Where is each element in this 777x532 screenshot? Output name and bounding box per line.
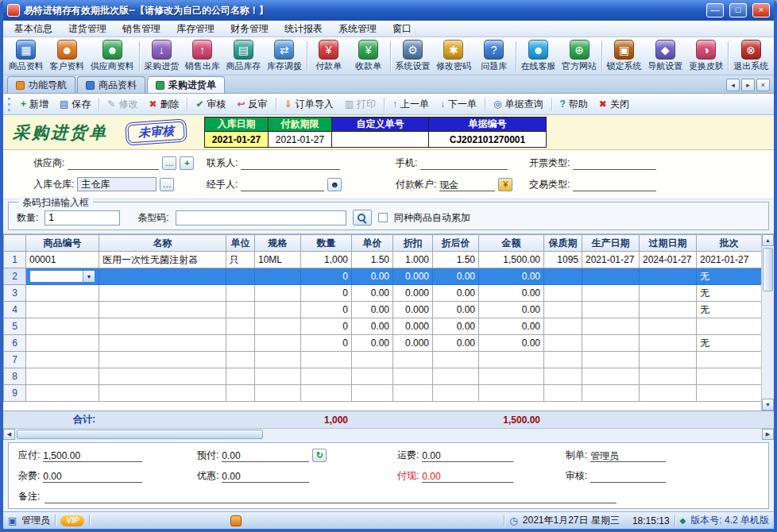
cell[interactable]: 0.00 bbox=[352, 318, 393, 335]
menu-item-system-mgmt[interactable]: 系统管理 bbox=[331, 21, 385, 37]
cell[interactable] bbox=[99, 268, 226, 285]
cell[interactable]: 0 bbox=[301, 285, 352, 302]
cell[interactable] bbox=[301, 368, 352, 385]
menu-item-report-stats[interactable]: 统计报表 bbox=[276, 21, 331, 37]
row-number[interactable]: 2 bbox=[4, 268, 26, 285]
cell[interactable]: 10ML bbox=[255, 252, 301, 268]
cell[interactable] bbox=[255, 268, 301, 285]
horizontal-scrollbar[interactable]: ◀ ▶ bbox=[3, 428, 774, 440]
cell[interactable]: 无 bbox=[697, 302, 762, 318]
supplier-browse-button[interactable]: … bbox=[162, 156, 176, 170]
cell[interactable] bbox=[582, 335, 640, 352]
cell[interactable] bbox=[544, 352, 582, 368]
cell[interactable]: 0.00 bbox=[433, 318, 479, 335]
cell[interactable] bbox=[26, 352, 99, 368]
cell[interactable] bbox=[697, 352, 762, 368]
cell[interactable]: 无 bbox=[697, 268, 762, 285]
cell[interactable]: 0.00 bbox=[479, 335, 544, 352]
supplier-input[interactable] bbox=[68, 157, 159, 170]
cell[interactable] bbox=[255, 352, 301, 368]
cell[interactable]: 0 bbox=[301, 335, 352, 352]
pay-account-money-icon[interactable]: ¥ bbox=[498, 178, 512, 191]
menu-item-finance-mgmt[interactable]: 财务管理 bbox=[222, 21, 276, 37]
table-row[interactable]: 600.000.0000.000.00无 bbox=[4, 335, 762, 352]
cell[interactable]: 无 bbox=[697, 335, 762, 352]
cell[interactable] bbox=[352, 352, 393, 368]
cell[interactable]: ▼ bbox=[26, 268, 99, 285]
tab-scroll-right-icon[interactable]: ▸ bbox=[741, 79, 755, 91]
column-header[interactable]: 批次 bbox=[697, 235, 762, 252]
combo-input[interactable] bbox=[30, 271, 83, 282]
cell[interactable]: 0.00 bbox=[479, 285, 544, 302]
action-print[interactable]: ▥打印 bbox=[339, 95, 381, 114]
doc-col-value[interactable]: 2021-01-27 bbox=[205, 132, 269, 148]
toolbar-button-customer-info[interactable]: ☻客户资料 bbox=[47, 38, 88, 74]
cell[interactable] bbox=[99, 318, 226, 335]
cell[interactable] bbox=[640, 385, 697, 402]
cell[interactable]: 0.00 bbox=[352, 335, 393, 352]
cell[interactable] bbox=[582, 368, 640, 385]
toolbar-button-system-settings[interactable]: ⚙系统设置 bbox=[392, 38, 434, 74]
cell[interactable] bbox=[26, 368, 99, 385]
cell[interactable] bbox=[255, 335, 301, 352]
cell[interactable]: 0.00 bbox=[433, 268, 479, 285]
row-number[interactable]: 8 bbox=[4, 368, 26, 385]
cell[interactable] bbox=[352, 385, 393, 402]
cell[interactable]: 0.00 bbox=[352, 302, 393, 318]
cell[interactable] bbox=[544, 285, 582, 302]
invoice-type-input[interactable] bbox=[573, 157, 656, 170]
action-save[interactable]: ▤保存 bbox=[54, 95, 96, 114]
column-header[interactable]: 金额 bbox=[479, 235, 544, 252]
cell[interactable] bbox=[26, 302, 99, 318]
cell[interactable] bbox=[640, 285, 697, 302]
cell[interactable] bbox=[99, 335, 226, 352]
auditor-value[interactable] bbox=[590, 471, 666, 483]
row-number[interactable]: 4 bbox=[4, 302, 26, 318]
close-button[interactable]: × bbox=[752, 3, 770, 17]
toolbar-button-online-service[interactable]: ☻在线客服 bbox=[518, 38, 559, 74]
toolbar-button-payment-bill[interactable]: ¥付款单 bbox=[309, 38, 349, 74]
cell[interactable] bbox=[433, 385, 479, 402]
cell[interactable]: 2021-01-27 bbox=[582, 252, 640, 268]
scroll-right-icon[interactable]: ▶ bbox=[762, 429, 774, 440]
cell[interactable] bbox=[393, 352, 433, 368]
cell[interactable]: 0 bbox=[301, 318, 352, 335]
cell[interactable] bbox=[697, 368, 762, 385]
product-code-combo[interactable]: ▼ bbox=[29, 270, 95, 283]
cell[interactable]: 1.50 bbox=[352, 252, 393, 268]
cell[interactable] bbox=[301, 352, 352, 368]
skin-quick-icon[interactable] bbox=[230, 515, 242, 526]
cell[interactable] bbox=[582, 268, 640, 285]
action-edit[interactable]: ✎修改 bbox=[102, 95, 143, 114]
cell[interactable] bbox=[640, 268, 697, 285]
cell[interactable]: 0.000 bbox=[393, 285, 433, 302]
vertical-scrollbar[interactable]: ▲ ▼ bbox=[761, 234, 774, 411]
hscroll-thumb[interactable] bbox=[17, 430, 263, 439]
cell[interactable] bbox=[640, 368, 697, 385]
cell[interactable]: 0 bbox=[301, 268, 352, 285]
discount-value[interactable]: 0.00 bbox=[222, 471, 309, 483]
cell[interactable] bbox=[99, 285, 226, 302]
cell[interactable] bbox=[255, 302, 301, 318]
cell[interactable]: 0.00 bbox=[479, 268, 544, 285]
cell[interactable]: 医用一次性无菌注射器 bbox=[99, 252, 226, 268]
menu-item-purchase-mgmt[interactable]: 进货管理 bbox=[60, 21, 114, 37]
cell[interactable]: 0.000 bbox=[393, 335, 433, 352]
cell[interactable] bbox=[433, 352, 479, 368]
cell[interactable] bbox=[479, 368, 544, 385]
cell[interactable] bbox=[544, 385, 582, 402]
column-header[interactable]: 折扣 bbox=[393, 235, 433, 252]
doc-col-value[interactable] bbox=[332, 132, 429, 148]
menu-item-window-menu[interactable]: 窗口 bbox=[385, 21, 419, 37]
cell[interactable]: 0.00 bbox=[479, 318, 544, 335]
action-delete[interactable]: ✖删除 bbox=[143, 95, 184, 114]
pay-account-input[interactable]: 现金 bbox=[439, 179, 495, 191]
row-number[interactable]: 6 bbox=[4, 335, 26, 352]
toolbar-button-goods-stock[interactable]: ▤商品库存 bbox=[223, 38, 265, 74]
action-unaudit[interactable]: ↩反审 bbox=[232, 95, 273, 114]
action-close[interactable]: ✖关闭 bbox=[593, 95, 635, 114]
column-header[interactable]: 名称 bbox=[99, 235, 226, 252]
cell[interactable] bbox=[226, 268, 255, 285]
warehouse-browse-button[interactable]: … bbox=[160, 178, 174, 191]
cell[interactable] bbox=[433, 368, 479, 385]
